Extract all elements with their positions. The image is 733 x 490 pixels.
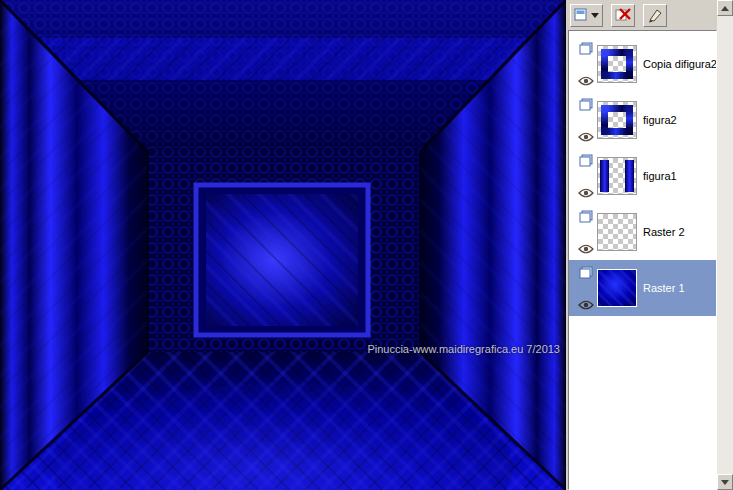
visibility-eye-icon[interactable]	[578, 244, 594, 254]
layer-type-icon	[579, 42, 594, 55]
layer-thumbnail[interactable]	[597, 45, 637, 83]
layer-label: figura2	[643, 114, 677, 126]
layers-toolbar	[568, 0, 717, 30]
layer-type-icon	[579, 98, 594, 111]
layer-type-icon	[579, 210, 594, 223]
layer-thumbnail[interactable]	[597, 157, 637, 195]
down-arrow-icon	[721, 480, 729, 485]
visibility-eye-icon[interactable]	[578, 76, 594, 86]
layer-row-figura1[interactable]: figura1	[569, 148, 716, 204]
delete-layer-icon	[615, 8, 631, 22]
layer-label: Raster 1	[643, 282, 685, 294]
up-arrow-icon	[721, 6, 729, 11]
layers-panel: Copia difigura2	[566, 0, 733, 490]
scrollbar-track[interactable]	[717, 16, 733, 474]
layer-row-figura2[interactable]: figura2	[569, 92, 716, 148]
visibility-eye-icon[interactable]	[578, 132, 594, 142]
dropdown-arrow-icon	[591, 13, 599, 18]
layer-row-raster1[interactable]: Raster 1	[569, 260, 716, 316]
layer-thumbnail[interactable]	[597, 213, 637, 251]
app-window: Pinuccia-www.maidiregrafica.eu 7/2013	[0, 0, 733, 490]
layer-type-icon	[579, 266, 594, 279]
scroll-down-button[interactable]	[717, 474, 733, 490]
layer-thumbnail[interactable]	[597, 269, 637, 307]
new-layer-button[interactable]	[570, 4, 603, 27]
delete-layer-button[interactable]	[611, 4, 635, 27]
visibility-eye-icon[interactable]	[578, 300, 594, 310]
layer-thumbnail[interactable]	[597, 101, 637, 139]
blue-room-image	[0, 0, 566, 490]
layer-label: figura1	[643, 170, 677, 182]
layer-row-raster2[interactable]: Raster 2	[569, 204, 716, 260]
visibility-eye-icon[interactable]	[578, 188, 594, 198]
layers-scrollbar[interactable]	[717, 0, 733, 490]
image-canvas[interactable]: Pinuccia-www.maidiregrafica.eu 7/2013	[0, 0, 566, 490]
scroll-up-button[interactable]	[717, 0, 733, 16]
new-layer-icon	[574, 8, 589, 22]
layer-row-copia-difigura2[interactable]: Copia difigura2	[569, 36, 716, 92]
layers-list: Copia difigura2	[568, 30, 717, 490]
layer-type-icon	[579, 154, 594, 167]
pen-icon	[647, 8, 663, 23]
layer-label: Copia difigura2	[643, 58, 717, 70]
edit-pen-button[interactable]	[643, 4, 667, 27]
layer-label: Raster 2	[643, 226, 685, 238]
